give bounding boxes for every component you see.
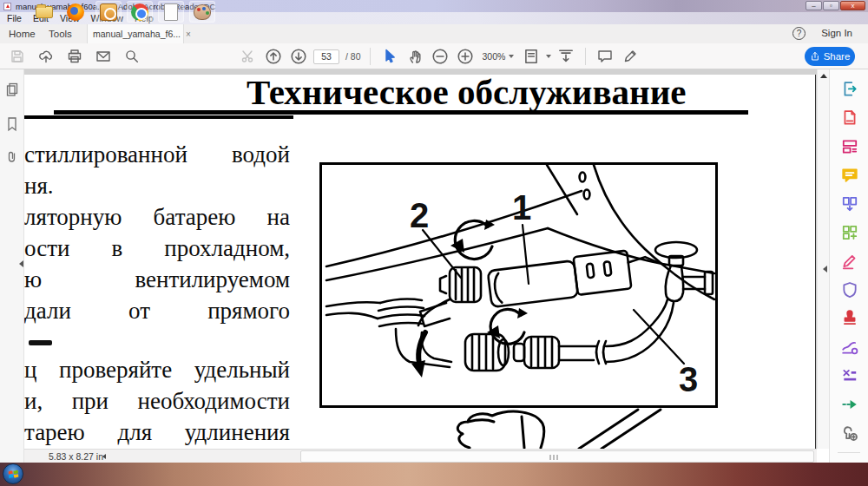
fit-options-chevron-icon[interactable] <box>546 55 551 58</box>
previous-page-icon[interactable] <box>263 46 284 67</box>
zoom-out-icon[interactable] <box>430 46 450 67</box>
cloud-upload-icon[interactable] <box>36 46 56 67</box>
taskbar-outlook[interactable] <box>95 1 122 23</box>
paint-palette-icon <box>194 4 211 20</box>
tab-document[interactable]: manual_yamaha_f6... × <box>87 24 184 43</box>
page-number-input[interactable]: 53 <box>313 49 339 64</box>
right-panel-collapse-handle[interactable] <box>823 266 827 273</box>
page-thumbnails-icon[interactable] <box>0 76 24 102</box>
horizontal-scrollbar-thumb[interactable] <box>300 450 814 463</box>
toolbar-divider <box>585 48 586 65</box>
title-rule-left <box>24 115 293 119</box>
scroll-up-arrow-icon[interactable] <box>820 74 827 78</box>
bookmarks-icon[interactable] <box>0 111 24 137</box>
tools-panel <box>829 69 868 463</box>
taskbar-explorer[interactable] <box>31 1 57 23</box>
tab-document-label: manual_yamaha_f6... <box>93 29 181 39</box>
save-icon[interactable] <box>7 46 28 67</box>
search-icon[interactable] <box>122 46 142 67</box>
pdf-page: Техническое обслуживание стиллированнойв… <box>24 75 816 449</box>
minimize-button[interactable]: – <box>806 1 822 10</box>
fit-page-icon[interactable] <box>521 46 542 67</box>
organize-pages-icon[interactable] <box>830 218 868 246</box>
document-status-bar: 5.83 x 8.27 in <box>24 449 817 463</box>
comment-icon[interactable] <box>595 46 615 67</box>
comment-panel-icon[interactable] <box>830 161 868 189</box>
zoom-level-select[interactable]: 300% <box>480 51 517 62</box>
doc-text-line: стиллированнойводой <box>24 139 293 170</box>
clipped-text-fragment <box>29 340 52 345</box>
taskbar: 14:53 16/10/2018 <box>0 463 868 486</box>
outlook-icon <box>100 3 117 21</box>
vertical-scrollbar[interactable] <box>817 69 829 449</box>
select-tool-icon[interactable] <box>379 46 400 67</box>
figure-label-2: 2 <box>410 196 429 234</box>
tab-home[interactable]: Home <box>9 24 36 43</box>
scrollbar-grip <box>549 455 558 460</box>
page-edge-line <box>815 75 816 449</box>
page-total-label: / 80 <box>345 51 361 62</box>
fill-sign-icon[interactable] <box>830 246 868 275</box>
taskbar-notepad[interactable] <box>158 1 184 23</box>
doc-text-line: ювентилируемом <box>24 264 293 295</box>
doc-text-line: ляторнуюбатареюна <box>24 201 293 233</box>
maximize-button[interactable]: ▫ <box>823 1 839 10</box>
share-icon <box>810 51 820 62</box>
taskbar-paint[interactable] <box>189 1 215 23</box>
scroll-left-arrow-icon[interactable] <box>102 454 106 459</box>
scrolling-view-icon[interactable] <box>556 46 576 67</box>
certificates-icon[interactable] <box>830 332 868 361</box>
page-title: Техническое обслуживание <box>247 75 687 113</box>
taskbar-chrome[interactable] <box>127 1 153 23</box>
next-page-icon[interactable] <box>288 46 309 67</box>
chrome-icon <box>131 3 148 21</box>
snapshot-scissors-icon[interactable] <box>238 46 259 67</box>
left-panel-collapse-handle[interactable] <box>19 260 23 267</box>
windows-logo-icon <box>8 469 19 480</box>
menu-file[interactable]: File <box>7 13 22 23</box>
highlight-pen-icon[interactable] <box>620 46 641 67</box>
title-rule <box>54 110 748 115</box>
attachments-icon[interactable] <box>0 144 24 170</box>
zoom-level-value: 300% <box>483 51 506 62</box>
page-size-indicator: 5.83 x 8.27 in <box>49 451 103 462</box>
doc-lines-b: цпроверяйтеудельныйи,принеобходимоститар… <box>24 354 293 448</box>
combine-files-icon[interactable] <box>830 189 868 218</box>
hand-tool-icon[interactable] <box>404 46 425 67</box>
tab-bar: Home Tools manual_yamaha_f6... × ? Sign … <box>0 24 868 43</box>
redact-icon[interactable] <box>830 361 868 390</box>
send-for-review-icon[interactable] <box>830 390 868 418</box>
panel-divider <box>838 452 860 453</box>
folder-icon <box>36 6 53 18</box>
figure-flushing-attachment: 2 1 3 <box>319 162 718 408</box>
help-icon[interactable]: ? <box>792 27 806 40</box>
tab-close-icon[interactable]: × <box>186 30 191 39</box>
chevron-down-icon <box>509 55 514 58</box>
more-tools-icon[interactable] <box>830 418 868 447</box>
doc-text-line: тареюдляудлинения <box>24 417 293 448</box>
tab-tools[interactable]: Tools <box>49 24 72 43</box>
print-icon[interactable] <box>64 46 85 67</box>
email-icon[interactable] <box>93 46 114 67</box>
edit-pdf-icon[interactable] <box>830 132 868 161</box>
share-button[interactable]: Share <box>805 47 855 66</box>
share-label: Share <box>824 51 851 62</box>
zoom-in-icon[interactable] <box>455 46 476 67</box>
firefox-icon <box>67 3 84 21</box>
create-pdf-icon[interactable] <box>830 103 868 132</box>
stamp-icon[interactable] <box>830 304 868 332</box>
sign-in-button[interactable]: Sign In <box>821 28 852 38</box>
doc-text-line: и,принеобходимости <box>24 385 293 417</box>
protect-shield-icon[interactable] <box>830 275 868 304</box>
close-button[interactable]: x <box>840 1 865 10</box>
screen: manual_yamaha_f60a.pdf - Adobe Acrobat R… <box>0 0 868 486</box>
doc-text-line: ня. <box>24 170 293 201</box>
doc-text-line: остивпрохладном, <box>24 233 293 264</box>
partial-next-figure <box>438 408 699 449</box>
taskbar-firefox[interactable] <box>62 1 89 23</box>
toolbar-divider <box>370 48 371 65</box>
export-pdf-icon[interactable] <box>830 75 868 103</box>
doc-text-line: далиотпрямого <box>24 295 293 326</box>
start-button[interactable] <box>3 463 23 484</box>
document-icon <box>164 3 178 21</box>
